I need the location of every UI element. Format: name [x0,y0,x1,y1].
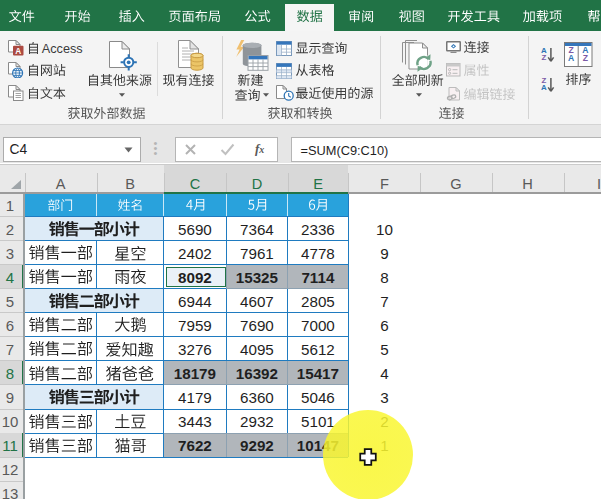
svg-text:A: A [568,53,574,63]
svg-text:A: A [15,47,21,56]
svg-text:Z: Z [541,53,546,62]
svg-text:Z: Z [583,53,588,63]
svg-text:A: A [541,83,547,92]
